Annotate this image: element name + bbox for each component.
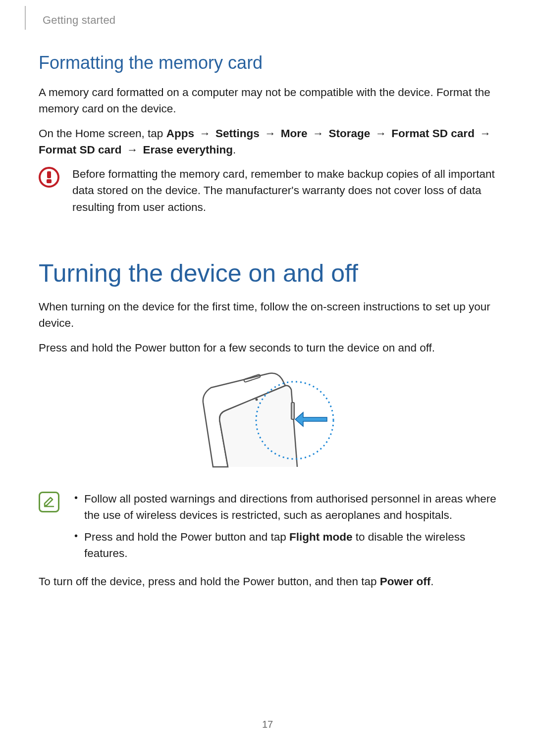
warning-text: Before formatting the memory card, remem… [72,166,496,215]
para-format-intro: A memory card formatted on a computer ma… [39,84,496,117]
power-button-diagram [39,368,496,477]
note-list: Follow all posted warnings and direction… [72,491,496,561]
phone-outline-icon [203,373,297,467]
arrow-icon: → [263,127,278,140]
heading-turning-on-off: Turning the device on and off [39,259,496,288]
note-callout: Follow all posted warnings and direction… [39,491,496,566]
note2-pre: Press and hold the Power button and tap [84,531,289,543]
arrow-icon: → [311,127,326,140]
nav-settings: Settings [215,127,260,140]
header-rule [25,6,26,30]
note-item-2: Press and hold the Power button and tap … [72,529,496,562]
arrow-icon: → [374,127,389,140]
nav-intro: On the Home screen, tap [39,127,166,140]
svg-rect-2 [291,403,294,419]
nav-more: More [281,127,308,140]
note-item-1: Follow all posted warnings and direction… [72,491,496,524]
nav-erase: Erase everything [143,144,233,156]
nav-storage: Storage [329,127,371,140]
para-format-path: On the Home screen, tap Apps → Settings … [39,125,496,158]
note-icon [39,492,59,512]
poff-bold: Power off [380,575,431,588]
svg-point-0 [256,398,258,401]
para-press-hold: Press and hold the Power button for a fe… [39,340,496,356]
arrow-icon: → [197,127,213,140]
warning-callout: Before formatting the memory card, remem… [39,166,496,215]
heading-formatting: Formatting the memory card [39,52,496,73]
note2-bold: Flight mode [289,531,353,543]
poff-post: . [430,575,433,588]
para-first-time: When turning on the device for the first… [39,299,496,332]
poff-pre: To turn off the device, press and hold t… [39,575,380,588]
running-header: Getting started [43,14,496,27]
arrow-icon: → [478,127,493,140]
para-power-off: To turn off the device, press and hold t… [39,573,496,590]
nav-format1: Format SD card [391,127,475,140]
nav-format2: Format SD card [39,144,122,156]
arrow-icon: → [125,144,140,156]
caution-icon [39,167,59,188]
nav-apps: Apps [166,127,194,140]
page-number: 17 [0,719,535,730]
press-arrow-icon [295,412,327,426]
